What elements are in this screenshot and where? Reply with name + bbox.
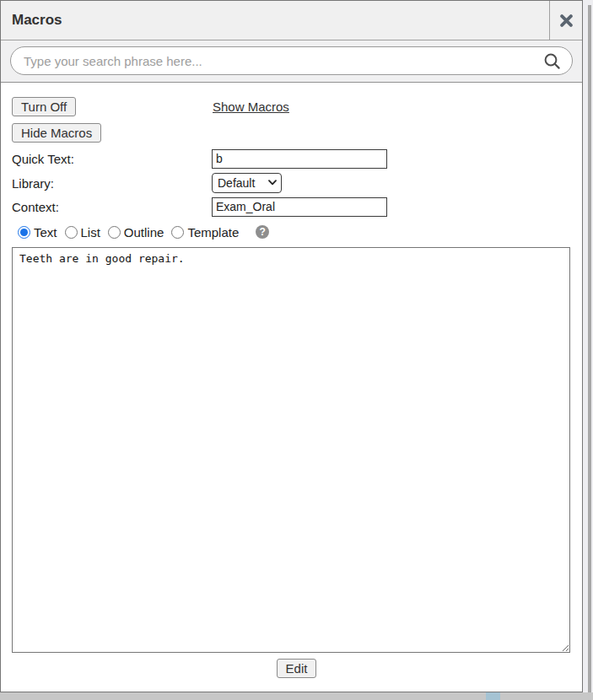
- radio-option-text[interactable]: Text: [18, 225, 57, 240]
- macro-content-textarea[interactable]: Teeth are in good repair.: [12, 247, 570, 653]
- edit-button[interactable]: Edit: [277, 659, 317, 678]
- search-icon[interactable]: [543, 52, 561, 70]
- search-field: [10, 46, 573, 75]
- quick-text-label: Quick Text:: [12, 152, 212, 166]
- radio-template[interactable]: [171, 226, 184, 239]
- radio-list[interactable]: [65, 226, 78, 239]
- radio-outline[interactable]: [108, 226, 121, 239]
- background-page-bottom-strip: [0, 692, 593, 700]
- radio-option-template[interactable]: Template: [171, 225, 239, 240]
- radio-text[interactable]: [18, 226, 30, 239]
- context-input[interactable]: [212, 197, 387, 217]
- macros-dialog: Macros Turn Off Show Macros Hide Macros …: [0, 0, 583, 692]
- dialog-title: Macros: [12, 12, 62, 29]
- search-input[interactable]: [24, 54, 543, 68]
- search-bar-row: [1, 40, 582, 83]
- dialog-titlebar: Macros: [1, 1, 582, 40]
- macro-type-radio-group: Text List Outline Template ?: [18, 224, 571, 240]
- context-label: Context:: [12, 200, 212, 214]
- library-label: Library:: [12, 176, 212, 191]
- radio-outline-label: Outline: [124, 225, 164, 240]
- radio-text-label: Text: [34, 225, 57, 240]
- library-select[interactable]: Default: [212, 173, 282, 193]
- close-button[interactable]: [549, 1, 582, 40]
- help-icon[interactable]: ?: [256, 225, 269, 239]
- quick-text-input[interactable]: [212, 149, 387, 169]
- close-icon: [560, 14, 573, 27]
- background-horizontal-scroll-thumb[interactable]: [486, 692, 500, 700]
- background-page-scrollbar[interactable]: [588, 5, 591, 700]
- radio-template-label: Template: [187, 225, 239, 240]
- show-macros-link[interactable]: Show Macros: [213, 100, 289, 114]
- turn-off-button[interactable]: Turn Off: [12, 97, 76, 116]
- dialog-content: Turn Off Show Macros Hide Macros Quick T…: [1, 83, 582, 692]
- background-page-right-strip: [582, 0, 593, 700]
- radio-list-label: List: [81, 225, 100, 240]
- radio-option-list[interactable]: List: [65, 225, 100, 240]
- radio-option-outline[interactable]: Outline: [108, 225, 164, 240]
- hide-macros-button[interactable]: Hide Macros: [12, 123, 101, 143]
